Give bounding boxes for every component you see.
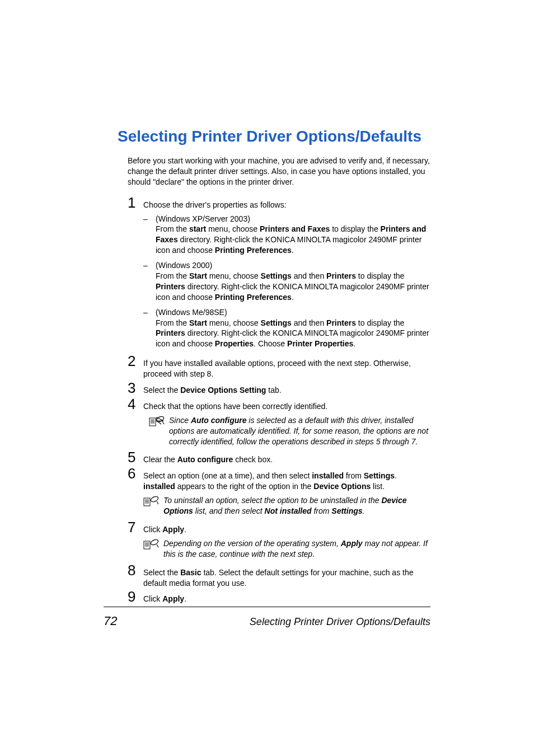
step-8: 8 Select the Basic tab. Select the defau… xyxy=(128,563,430,589)
step-number-2: 2 xyxy=(128,354,143,368)
main-heading: Selecting Printer Driver Options/Default… xyxy=(118,128,430,145)
step-number-3: 3 xyxy=(128,381,143,395)
svg-line-6 xyxy=(162,421,164,424)
dash-icon: – xyxy=(143,260,156,303)
footer-title: Selecting Printer Driver Options/Default… xyxy=(250,616,430,628)
step-2: 2 If you have installed available option… xyxy=(128,354,430,379)
step-number-1: 1 xyxy=(128,195,143,210)
dash-icon: – xyxy=(143,214,156,256)
step-5: 5 Clear the Auto configure check box. xyxy=(128,450,430,465)
note-step-4: Since Auto configure is selected as a de… xyxy=(149,415,430,447)
step-3: 3 Select the Device Options Setting tab. xyxy=(128,381,430,396)
note-icon xyxy=(149,415,169,429)
step-number-4: 4 xyxy=(128,397,143,411)
page-number: 72 xyxy=(104,614,117,628)
step-1: 1 Choose the driver's properties as foll… xyxy=(128,195,430,210)
step-7: 7 Click Apply. xyxy=(128,520,430,535)
step-number-6: 6 xyxy=(128,466,143,481)
step-4: 4 Check that the options have been corre… xyxy=(128,397,430,412)
step-9: 9 Click Apply. xyxy=(128,589,430,604)
page-footer: 72 Selecting Printer Driver Options/Defa… xyxy=(104,607,430,628)
step-4-text: Check that the options have been correct… xyxy=(143,397,430,412)
step-1-text: Choose the driver's properties as follow… xyxy=(143,195,430,210)
step-number-9: 9 xyxy=(128,589,143,604)
svg-point-19 xyxy=(150,539,159,546)
step-number-5: 5 xyxy=(128,450,143,464)
sub-item-2000: – (Windows 2000) From the Start menu, ch… xyxy=(143,260,430,303)
intro-paragraph: Before you start working with your machi… xyxy=(128,156,430,187)
svg-line-20 xyxy=(157,544,158,547)
step-2-text: If you have installed available options,… xyxy=(143,354,430,379)
note-step-7: Depending on the version of the operatin… xyxy=(143,538,430,560)
dash-icon: – xyxy=(143,307,156,350)
sub2-label: (Windows 2000) xyxy=(156,261,212,270)
step-number-7: 7 xyxy=(128,520,143,534)
sub-item-xp: – (Windows XP/Server 2003) From the star… xyxy=(143,214,430,256)
note-icon xyxy=(143,538,163,552)
note-icon xyxy=(143,495,163,509)
step-6: 6 Select an option (one at a time), and … xyxy=(128,466,430,492)
svg-line-13 xyxy=(157,501,158,504)
step-number-8: 8 xyxy=(128,563,143,577)
sub-item-me98: – (Windows Me/98SE) From the Start menu,… xyxy=(143,307,430,350)
sub1-label: (Windows XP/Server 2003) xyxy=(156,214,250,223)
sub3-label: (Windows Me/98SE) xyxy=(156,308,227,317)
note-step-6: To uninstall an option, select the optio… xyxy=(143,495,430,516)
svg-point-12 xyxy=(150,496,159,503)
footer-divider xyxy=(104,607,430,607)
